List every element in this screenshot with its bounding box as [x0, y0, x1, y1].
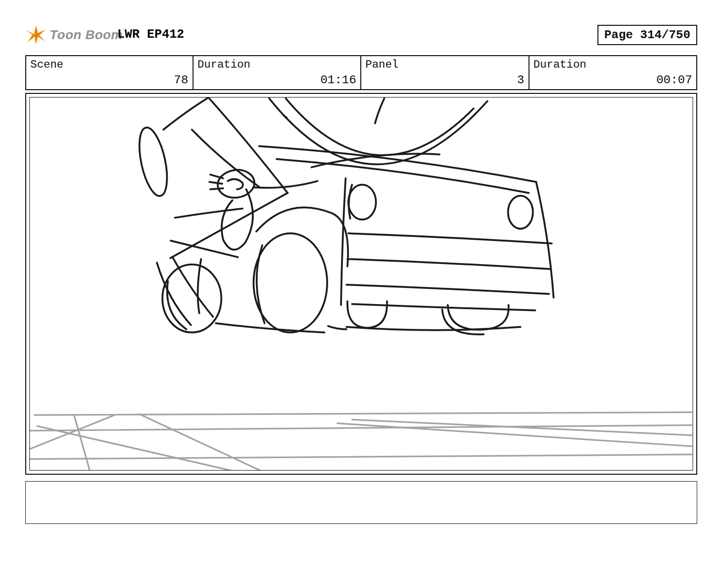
info-cell-scene: Scene 78	[25, 55, 193, 90]
ground-perspective-lines	[30, 412, 692, 470]
scene-value: 78	[174, 73, 188, 87]
info-bar: Scene 78 Duration 01:16 Panel 3 Duration…	[25, 55, 697, 90]
panel-label: Panel	[365, 58, 398, 71]
page-number-label: Page 314/750	[604, 28, 690, 42]
info-cell-panel-duration: Duration 00:07	[529, 55, 698, 90]
storyboard-sketch	[30, 98, 693, 470]
toonboom-starburst-icon	[25, 25, 46, 45]
scene-duration-label: Duration	[198, 58, 250, 71]
info-cell-panel: Panel 3	[361, 55, 529, 90]
panel-duration-label: Duration	[534, 58, 586, 71]
toonboom-logo-text: Toon Boom	[50, 28, 123, 42]
car-sketch-lines	[134, 98, 553, 334]
scene-label: Scene	[30, 58, 63, 71]
project-title: LWR EP412	[117, 28, 184, 41]
info-cell-scene-duration: Duration 01:16	[193, 55, 362, 90]
panel-value: 3	[517, 73, 524, 87]
panel-duration-value: 00:07	[656, 73, 692, 87]
storyboard-page: Toon Boom LWR EP412 Page 314/750 Scene 7…	[0, 0, 728, 563]
scene-duration-value: 01:16	[320, 73, 356, 87]
page-number-box: Page 314/750	[597, 25, 697, 45]
header: Toon Boom LWR EP412 Page 314/750	[25, 24, 697, 46]
toonboom-logo: Toon Boom	[25, 24, 123, 46]
storyboard-panel	[29, 97, 693, 471]
storyboard-panel-frame	[25, 93, 697, 475]
caption-box	[25, 481, 697, 524]
